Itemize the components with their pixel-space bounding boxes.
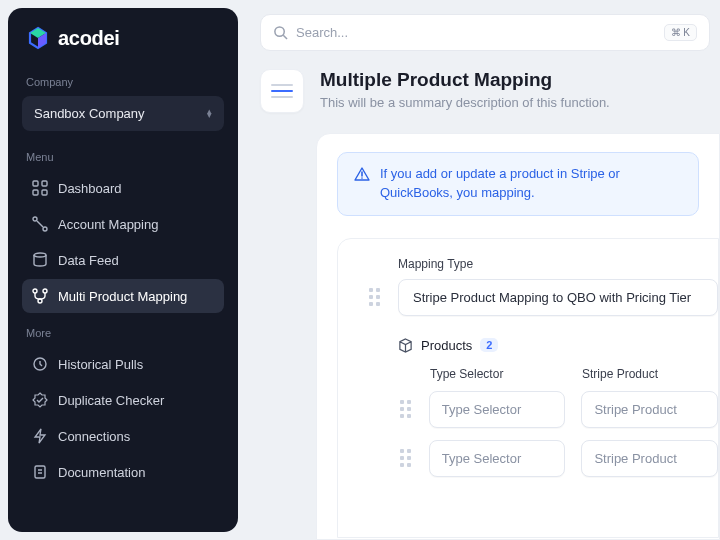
- info-alert: If you add or update a product in Stripe…: [337, 152, 699, 216]
- search-icon: [273, 25, 288, 40]
- logo-icon: [26, 26, 50, 50]
- company-value: Sandbox Company: [34, 106, 145, 121]
- drag-handle-icon[interactable]: [369, 288, 380, 306]
- svg-point-7: [33, 289, 37, 293]
- column-header-stripe: Stripe Product: [582, 367, 718, 381]
- sidebar-item-label: Historical Pulls: [58, 357, 143, 372]
- clock-icon: [32, 356, 48, 372]
- stripe-product-select[interactable]: Stripe Product: [581, 391, 718, 428]
- sidebar-item-duplicate-checker[interactable]: Duplicate Checker: [22, 383, 224, 417]
- products-header: Products 2: [398, 338, 718, 353]
- lightning-icon: [32, 428, 48, 444]
- sidebar-item-label: Multi Product Mapping: [58, 289, 187, 304]
- sidebar-item-historical-pulls[interactable]: Historical Pulls: [22, 347, 224, 381]
- sidebar-item-label: Documentation: [58, 465, 145, 480]
- type-selector-select[interactable]: Type Selector: [429, 440, 566, 477]
- main-content: Search... ⌘ K Multiple Product Mapping T…: [246, 0, 720, 540]
- check-badge-icon: [32, 392, 48, 408]
- svg-rect-2: [33, 190, 38, 195]
- mapping-type-label: Mapping Type: [398, 257, 718, 271]
- table-row: Type Selector Stripe Product: [398, 391, 718, 428]
- products-table: Type Selector Stripe Product Type Select…: [398, 367, 718, 477]
- page-title: Multiple Product Mapping: [320, 69, 610, 91]
- search-shortcut: ⌘ K: [664, 24, 697, 41]
- stripe-product-select[interactable]: Stripe Product: [581, 440, 718, 477]
- sidebar-item-multi-product-mapping[interactable]: Multi Product Mapping: [22, 279, 224, 313]
- alert-text: If you add or update a product in Stripe…: [380, 165, 682, 203]
- drag-handle-icon[interactable]: [400, 400, 411, 418]
- brand-name: acodei: [58, 27, 120, 50]
- sidebar-item-label: Duplicate Checker: [58, 393, 164, 408]
- page-header: Multiple Product Mapping This will be a …: [260, 69, 720, 113]
- mapping-type-select[interactable]: Stripe Product Mapping to QBO with Prici…: [398, 279, 718, 316]
- svg-point-12: [275, 27, 284, 36]
- warning-icon: [354, 166, 370, 182]
- grid-icon: [32, 180, 48, 196]
- svg-rect-11: [35, 466, 45, 478]
- sidebar-item-connections[interactable]: Connections: [22, 419, 224, 453]
- search-placeholder: Search...: [296, 25, 348, 40]
- sidebar-item-data-feed[interactable]: Data Feed: [22, 243, 224, 277]
- mapping-card: Mapping Type Stripe Product Mapping to Q…: [337, 238, 719, 538]
- products-label: Products: [421, 338, 472, 353]
- svg-point-6: [34, 253, 46, 257]
- document-icon: [32, 464, 48, 480]
- products-count-badge: 2: [480, 338, 498, 352]
- main-card: If you add or update a product in Stripe…: [316, 133, 720, 540]
- sidebar-item-dashboard[interactable]: Dashboard: [22, 171, 224, 205]
- mapping-icon: [32, 216, 48, 232]
- svg-point-5: [43, 227, 47, 231]
- more-section-label: More: [26, 327, 220, 339]
- sidebar-item-label: Dashboard: [58, 181, 122, 196]
- sidebar-item-label: Data Feed: [58, 253, 119, 268]
- main-menu: Dashboard Account Mapping Data Feed Mult…: [22, 171, 224, 313]
- sidebar-item-documentation[interactable]: Documentation: [22, 455, 224, 489]
- sidebar-item-label: Account Mapping: [58, 217, 158, 232]
- svg-rect-3: [42, 190, 47, 195]
- search-input[interactable]: Search... ⌘ K: [260, 14, 710, 51]
- menu-section-label: Menu: [26, 151, 220, 163]
- chevron-up-down-icon: ▴▾: [207, 110, 212, 117]
- cube-icon: [398, 338, 413, 353]
- svg-rect-0: [33, 181, 38, 186]
- type-selector-select[interactable]: Type Selector: [429, 391, 566, 428]
- database-icon: [32, 252, 48, 268]
- drag-handle-icon[interactable]: [400, 449, 411, 467]
- page-subtitle: This will be a summary description of th…: [320, 95, 610, 110]
- sidebar: acodei Company Sandbox Company ▴▾ Menu D…: [8, 8, 238, 532]
- more-menu: Historical Pulls Duplicate Checker Conne…: [22, 347, 224, 489]
- company-selector[interactable]: Sandbox Company ▴▾: [22, 96, 224, 131]
- brand-logo: acodei: [22, 26, 224, 50]
- branch-icon: [32, 288, 48, 304]
- sidebar-item-account-mapping[interactable]: Account Mapping: [22, 207, 224, 241]
- sidebar-item-label: Connections: [58, 429, 130, 444]
- svg-rect-1: [42, 181, 47, 186]
- column-header-type: Type Selector: [430, 367, 566, 381]
- svg-point-4: [33, 217, 37, 221]
- table-row: Type Selector Stripe Product: [398, 440, 718, 477]
- svg-point-8: [43, 289, 47, 293]
- page-icon: [260, 69, 304, 113]
- company-section-label: Company: [26, 76, 220, 88]
